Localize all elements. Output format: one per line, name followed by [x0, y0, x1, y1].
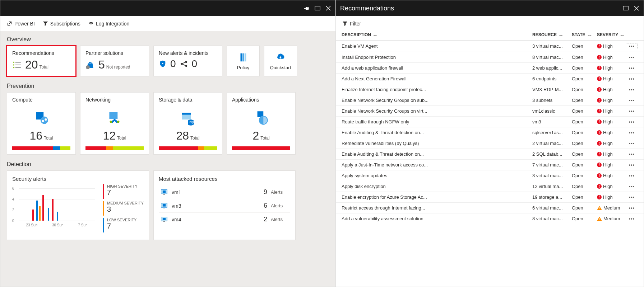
more-button[interactable]: ••• [626, 130, 638, 135]
attacked-row[interactable]: vm4 2 Alerts [159, 213, 290, 226]
more-button[interactable]: ••• [626, 87, 638, 92]
prevention-tile-networking[interactable]: Networking 12Total [80, 92, 149, 155]
security-alerts-title: Security alerts [12, 176, 144, 182]
recommendation-row[interactable]: Add a vulnerability assessment solution … [336, 213, 644, 224]
rec-severity: !High [597, 173, 626, 178]
alerts-tile[interactable]: New alerts & incidents 0 0 [153, 46, 222, 76]
pin-icon[interactable] [304, 5, 310, 11]
rec-severity: !High [597, 55, 626, 60]
svg-rect-8 [245, 53, 246, 61]
attacked-row[interactable]: vm1 9 Alerts [159, 185, 290, 199]
cloud-bolt-icon [275, 52, 286, 63]
rec-state: Open [572, 162, 597, 168]
recommendation-row[interactable]: Apply system updates 3 virtual mac... Op… [336, 170, 644, 181]
more-button[interactable]: ••• [626, 98, 638, 103]
svg-rect-32 [163, 221, 165, 222]
more-button[interactable]: ••• [626, 173, 638, 178]
alert-suffix: Alerts [271, 217, 289, 222]
more-button[interactable]: ••• [626, 162, 638, 168]
more-button[interactable]: ••• [626, 151, 638, 157]
right-title: Recommendations [340, 5, 394, 12]
most-attacked-tile[interactable]: Most attacked resources vm1 9 Alerts vm3… [153, 170, 296, 240]
right-titlebar: Recommendations [336, 0, 644, 16]
alerts-v1: 0 [170, 58, 176, 70]
filter-label: Filter [350, 21, 361, 27]
overview-heading: Overview [7, 36, 329, 43]
prevention-tile-applications[interactable]: Applications 2Total [227, 92, 296, 155]
recommendation-row[interactable]: Add a web application firewall 2 web app… [336, 63, 644, 74]
rec-description: Enable Auditing & Threat detection on... [342, 130, 532, 135]
rec-resource: 2 virtual mac... [532, 141, 572, 146]
more-button[interactable]: ••• [626, 65, 638, 71]
recommendation-row[interactable]: Add a Next Generation Firewall 6 endpoin… [336, 74, 644, 84]
recommendation-row[interactable]: Route traffic through NGFW only vm3 Open… [336, 117, 644, 127]
recommendation-row[interactable]: Enable Auditing & Threat detection on...… [336, 127, 644, 138]
more-button[interactable]: ••• [626, 76, 638, 81]
rec-description: Add a vulnerability assessment solution [342, 216, 532, 221]
rec-state: Open [572, 130, 597, 135]
rec-resource: 6 virtual mac... [532, 205, 572, 211]
col-severity[interactable]: SEVERITY︿ [597, 32, 626, 38]
policy-tile[interactable]: Policy [227, 46, 260, 76]
rec-description: Remediate vulnerabilities (by Qualys) [342, 141, 532, 146]
security-alerts-tile[interactable]: Security alerts 6 4 2 0 [7, 170, 149, 240]
col-resource[interactable]: RESOURCE︿ [532, 32, 572, 38]
col-state[interactable]: STATE︿ [572, 32, 597, 38]
severity-high-icon: ! [597, 109, 602, 113]
severity-medium-icon [597, 217, 602, 221]
recommendation-row[interactable]: Remediate vulnerabilities (by Qualys) 2 … [336, 138, 644, 149]
more-button[interactable]: ••• [626, 205, 638, 211]
recommendation-row[interactable]: Enable Network Security Groups on sub...… [336, 95, 644, 106]
maximize-icon[interactable] [315, 5, 320, 11]
subscriptions-button[interactable]: Subscriptions [43, 21, 80, 27]
close-icon[interactable] [325, 5, 331, 11]
recommendations-tile[interactable]: Recommendations 20Total [7, 46, 76, 76]
prevention-tile-compute[interactable]: Compute 16Total [7, 92, 76, 155]
quickstart-tile[interactable]: Quickstart [264, 46, 297, 76]
severity-value: 7 [107, 188, 144, 197]
more-button[interactable]: ••• [626, 108, 638, 114]
rec-resource: 2 web applic... [532, 65, 572, 71]
external-link-icon [7, 21, 12, 26]
severity-high-icon: ! [597, 130, 602, 135]
severity-high-icon: ! [597, 119, 602, 124]
attacked-row[interactable]: vm3 6 Alerts [159, 199, 290, 213]
more-button[interactable]: ••• [626, 184, 638, 189]
maximize-icon[interactable] [623, 5, 629, 11]
svg-point-15 [117, 121, 119, 123]
severity-high-icon: ! [597, 184, 602, 189]
rec-severity: !High [597, 162, 626, 168]
recommendation-row[interactable]: Enable VM Agent 3 virtual mac... Open !H… [336, 41, 644, 52]
recommendation-row[interactable]: Install Endpoint Protection 8 virtual ma… [336, 52, 644, 63]
recommendation-row[interactable]: Enable Network Security Groups on virt..… [336, 106, 644, 117]
more-button[interactable]: ••• [626, 55, 638, 60]
rec-state: Open [572, 216, 597, 221]
recommendation-row[interactable]: Enable Auditing & Threat detection on...… [336, 149, 644, 160]
tile-value: 16 [30, 129, 43, 142]
nodes-icon [180, 60, 188, 68]
recommendation-row[interactable]: Apply disk encryption 12 virtual ma... O… [336, 181, 644, 192]
recommendation-row[interactable]: Finalize Internet facing endpoint protec… [336, 84, 644, 95]
col-description[interactable]: DESCRIPTION︿ [342, 32, 532, 38]
tile-title: Networking [85, 97, 144, 103]
more-button[interactable]: ••• [626, 216, 638, 221]
rec-description: Route traffic through NGFW only [342, 119, 532, 124]
prevention-tile-storage-data[interactable]: Storage & data SQL 28Total [153, 92, 222, 155]
svg-text:SQL: SQL [189, 120, 195, 123]
rec-severity: !High [597, 151, 626, 157]
rec-severity: !High [597, 65, 626, 71]
recommendation-row[interactable]: Enable encryption for Azure Storage Ac..… [336, 192, 644, 203]
severity-bar [85, 146, 144, 150]
more-button[interactable]: ••• [626, 141, 638, 146]
more-button[interactable]: ••• [626, 43, 638, 49]
partner-tile[interactable]: Partner solutions 5Not reported [80, 46, 149, 76]
recommendation-row[interactable]: Restrict access through Internet facing.… [336, 203, 644, 213]
filter-button[interactable]: Filter [342, 21, 361, 27]
close-icon[interactable] [634, 5, 639, 11]
powerbi-button[interactable]: Power BI [7, 21, 35, 27]
rec-resource: 2 SQL datab... [532, 151, 572, 157]
log-integration-button[interactable]: Log Integration [88, 21, 129, 27]
more-button[interactable]: ••• [626, 194, 638, 200]
more-button[interactable]: ••• [626, 119, 638, 124]
recommendation-row[interactable]: Apply a Just-In-Time network access co..… [336, 160, 644, 170]
